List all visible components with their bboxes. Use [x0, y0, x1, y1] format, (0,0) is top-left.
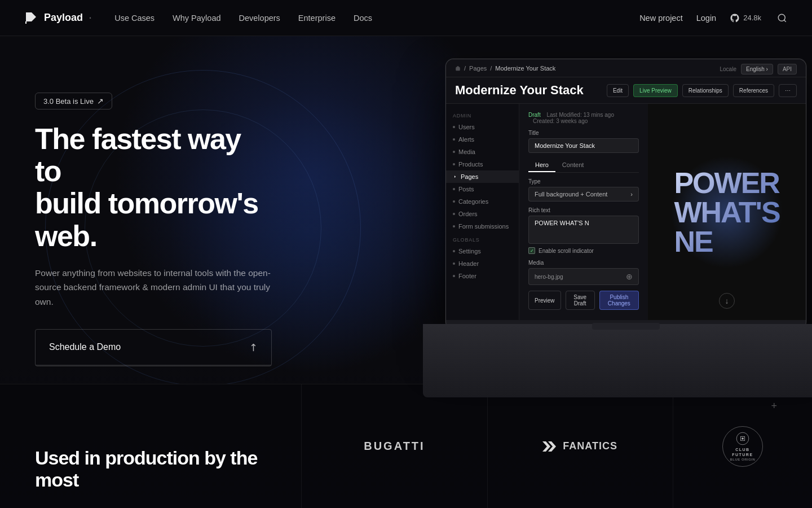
- rich-text-input[interactable]: POWER WHAT'S N: [528, 216, 639, 244]
- sidebar-users-label: Users: [458, 124, 475, 130]
- sidebar-posts[interactable]: Posts: [446, 183, 519, 195]
- breadcrumb-separator-1: /: [464, 65, 466, 72]
- breadcrumb: / Pages / Modernize Your Stack: [455, 65, 555, 72]
- hero-title: The fastest way to build tomorrow's web.: [35, 123, 272, 252]
- created-date: Created: 3 weeks ago: [533, 118, 588, 124]
- nav-links: Use Cases Why Payload Developers Enterpr…: [114, 13, 372, 23]
- sidebar-orders[interactable]: Orders: [446, 208, 519, 220]
- sidebar-dot: [453, 188, 455, 190]
- laptop-mockup: Locale English › API / Pages / Modernize…: [423, 59, 812, 397]
- scroll-down-button: ↓: [719, 293, 735, 309]
- sidebar-media[interactable]: Media: [446, 146, 519, 158]
- search-icon: [777, 13, 787, 23]
- search-button[interactable]: [775, 11, 789, 25]
- media-input[interactable]: hero-bg.jpg ⊕: [528, 268, 639, 285]
- btn-divider: [36, 365, 271, 366]
- upload-icon: ⊕: [626, 272, 633, 281]
- locale-select[interactable]: English ›: [741, 64, 773, 75]
- type-select-value: Full background + Content: [535, 191, 607, 198]
- publish-button[interactable]: Publish Changes: [599, 291, 639, 310]
- status-badge: Draft: [528, 112, 541, 118]
- title-input[interactable]: Modernize Your Stack: [528, 138, 639, 153]
- sidebar-admin-label: Admin: [446, 108, 519, 121]
- logo-text: Payload: [44, 12, 83, 24]
- hero-section: 3.0 Beta is Live ↗ The fastest way to bu…: [0, 36, 812, 508]
- tab-row: Hero Content: [528, 159, 639, 173]
- scroll-indicator-checkbox[interactable]: ✓: [528, 247, 535, 254]
- tab-content[interactable]: Content: [555, 159, 591, 172]
- sidebar-form-label: Form submissions: [458, 223, 509, 230]
- sidebar-dot: [453, 225, 455, 227]
- beta-badge[interactable]: 3.0 Beta is Live ↗: [35, 93, 112, 110]
- sidebar-dot: [453, 262, 455, 265]
- sidebar-dot: [453, 151, 455, 153]
- nav-enterprise[interactable]: Enterprise: [298, 14, 336, 23]
- nav-docs[interactable]: Docs: [354, 14, 372, 23]
- sidebar-categories[interactable]: Categories: [446, 195, 519, 208]
- github-link[interactable]: 24.8k: [730, 13, 761, 23]
- login-link[interactable]: Login: [696, 14, 716, 23]
- sidebar-globals-label: Globals: [446, 233, 519, 245]
- sidebar-footer-label: Footer: [458, 273, 476, 279]
- arrow-diagonal-icon: ↗: [97, 97, 104, 106]
- nav-use-cases[interactable]: Use Cases: [114, 14, 155, 23]
- github-icon: [730, 13, 740, 23]
- scroll-indicator-label: Enable scroll indicator: [539, 248, 594, 254]
- bugatti-section: BUGATTI: [302, 384, 487, 508]
- more-options-button[interactable]: ⋯: [779, 84, 797, 97]
- sidebar-form-submissions[interactable]: Form submissions: [446, 220, 519, 233]
- sidebar-footer[interactable]: Footer: [446, 270, 519, 282]
- edit-button[interactable]: Edit: [607, 84, 629, 97]
- nav-developers[interactable]: Developers: [239, 14, 280, 23]
- sidebar-products[interactable]: Products: [446, 158, 519, 170]
- sidebar-dot: [453, 250, 455, 252]
- title-input-value: Modernize Your Stack: [535, 142, 595, 149]
- references-button[interactable]: References: [733, 84, 774, 97]
- breadcrumb-current: Modernize Your Stack: [495, 65, 555, 72]
- club-future-badge: CLUB FUTURE BLUE ORIGIN: [722, 426, 763, 467]
- github-stars: 24.8k: [743, 14, 761, 22]
- relationships-button[interactable]: Relationships: [682, 84, 729, 97]
- sidebar-dot: [453, 275, 455, 277]
- used-in-section: Used in production by the most: [0, 384, 301, 508]
- media-label: Media: [528, 260, 639, 266]
- sidebar-dot: [453, 138, 455, 141]
- breadcrumb-pages: Pages: [469, 65, 487, 72]
- logo-link[interactable]: Payload ·: [23, 10, 92, 26]
- sidebar-dot: [453, 200, 455, 203]
- preview-panel: POWER WHAT'S NE ↓: [648, 104, 806, 320]
- logo-dot: ·: [89, 10, 92, 25]
- used-in-text: Used in production by the most: [35, 447, 266, 491]
- hero-title-line1: The fastest way to: [35, 122, 241, 187]
- tab-hero[interactable]: Hero: [528, 159, 555, 172]
- club-label: CLUB: [735, 448, 749, 452]
- power-text-line2: WHAT'S: [674, 196, 779, 229]
- new-project-link[interactable]: New project: [639, 14, 683, 23]
- screen-doc-title: Modernize Your Stack: [455, 83, 584, 98]
- future-label: FUTURE: [732, 453, 753, 457]
- sidebar-dot: [453, 126, 455, 128]
- svg-point-0: [778, 14, 785, 21]
- bottom-bar: Used in production by the most BUGATTI F…: [0, 384, 812, 508]
- sidebar-alerts[interactable]: Alerts: [446, 133, 519, 146]
- preview-button[interactable]: Preview: [528, 291, 561, 310]
- used-in-line1: Used in production by the most: [35, 447, 266, 491]
- save-draft-button[interactable]: Save Draft: [566, 291, 595, 310]
- schedule-demo-label: Schedule a Demo: [49, 342, 121, 352]
- api-button[interactable]: API: [778, 64, 797, 75]
- sidebar-users[interactable]: Users: [446, 121, 519, 133]
- sidebar-header[interactable]: Header: [446, 257, 519, 270]
- preview-power-text: POWER WHAT'S NE: [663, 157, 791, 268]
- live-preview-button[interactable]: Live Preview: [633, 84, 678, 97]
- schedule-demo-button[interactable]: Schedule a Demo ↗: [36, 330, 271, 365]
- hero-subtitle: Power anything from websites to internal…: [35, 266, 272, 309]
- nav-why-payload[interactable]: Why Payload: [173, 14, 220, 23]
- club-future-icon: [736, 432, 749, 445]
- fanatics-icon: [542, 441, 557, 452]
- type-select[interactable]: Full background + Content ›: [528, 187, 639, 202]
- sidebar-settings[interactable]: Settings: [446, 245, 519, 257]
- power-text-line1: POWER: [674, 167, 779, 199]
- hero-content: 3.0 Beta is Live ↗ The fastest way to bu…: [35, 93, 272, 366]
- beta-badge-text: 3.0 Beta is Live: [43, 97, 94, 106]
- sidebar-pages[interactable]: Pages: [446, 170, 519, 183]
